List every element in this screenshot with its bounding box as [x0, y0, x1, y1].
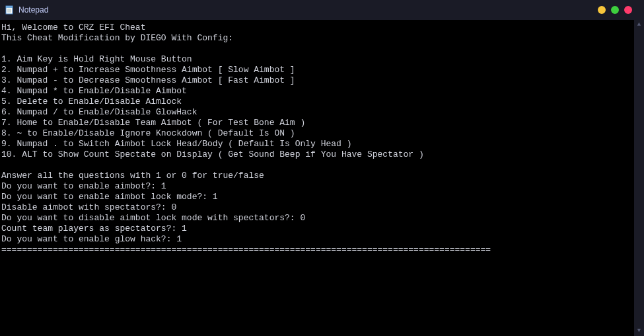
minimize-button[interactable] [598, 6, 606, 14]
vertical-scrollbar[interactable]: ▲ ▼ [634, 20, 644, 336]
close-button[interactable] [624, 6, 632, 14]
window-controls [598, 6, 632, 14]
title-left: Notepad [4, 5, 48, 15]
notepad-icon [4, 5, 15, 15]
maximize-button[interactable] [611, 6, 619, 14]
scroll-down-icon[interactable]: ▼ [635, 327, 643, 335]
scroll-up-icon[interactable]: ▲ [635, 21, 643, 28]
svg-rect-1 [6, 6, 13, 8]
content-wrap: Hi, Welcome to CRZ EFI Cheat This Cheat … [0, 20, 644, 336]
text-area[interactable]: Hi, Welcome to CRZ EFI Cheat This Cheat … [0, 20, 634, 336]
titlebar: Notepad [0, 0, 644, 20]
window-title: Notepad [18, 5, 48, 15]
